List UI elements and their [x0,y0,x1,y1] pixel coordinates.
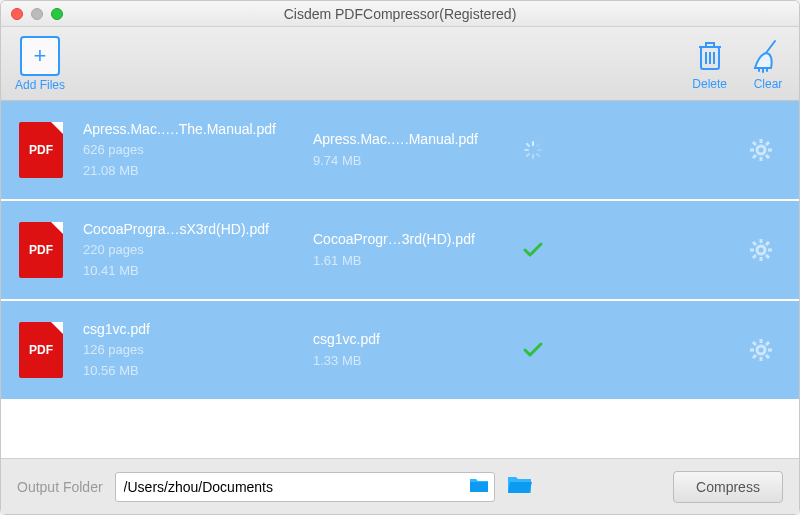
source-pages: 626 pages [83,140,313,161]
output-filename: CocoaProgr…3rd(HD).pdf [313,228,513,250]
svg-point-2 [757,246,765,254]
app-window: Cisdem PDFCompressor(Registered) + Add F… [0,0,800,515]
source-info: csg1vc.pdf 126 pages 10.56 MB [83,318,313,382]
zoom-window-button[interactable] [51,8,63,20]
file-list: PDF Apress.Mac.….The.Manual.pdf 626 page… [1,101,799,458]
delete-button[interactable]: Delete [692,37,727,91]
source-size: 21.08 MB [83,161,313,182]
output-filename: Apress.Mac.….Manual.pdf [313,128,513,150]
footer: Output Folder Compress [1,458,799,514]
output-size: 9.74 MB [313,151,513,172]
clear-button[interactable]: Clear [751,37,785,91]
output-info: csg1vc.pdf 1.33 MB [313,328,513,371]
folder-icon [469,477,489,497]
settings-gear-button[interactable] [741,138,781,162]
minimize-window-button[interactable] [31,8,43,20]
output-folder-label: Output Folder [17,479,103,495]
close-window-button[interactable] [11,8,23,20]
file-row[interactable]: PDF CocoaProgra…sX3rd(HD).pdf 220 pages … [1,201,799,301]
status-icon [513,238,553,262]
source-filename: csg1vc.pdf [83,318,313,340]
browse-folder-button[interactable] [507,475,533,499]
window-title: Cisdem PDFCompressor(Registered) [1,6,799,22]
titlebar: Cisdem PDFCompressor(Registered) [1,1,799,27]
svg-point-3 [757,346,765,354]
settings-gear-button[interactable] [741,238,781,262]
add-files-button[interactable]: + Add Files [15,36,65,92]
pdf-icon: PDF [19,122,63,178]
compress-button[interactable]: Compress [673,471,783,503]
source-filename: CocoaProgra…sX3rd(HD).pdf [83,218,313,240]
output-info: CocoaProgr…3rd(HD).pdf 1.61 MB [313,228,513,271]
source-info: Apress.Mac.….The.Manual.pdf 626 pages 21… [83,118,313,182]
pdf-icon: PDF [19,322,63,378]
plus-icon: + [20,36,60,76]
source-pages: 126 pages [83,340,313,361]
status-icon [513,140,553,160]
clear-label: Clear [754,77,783,91]
broom-icon [751,37,785,75]
toolbar: + Add Files Delete Clear [1,27,799,101]
output-info: Apress.Mac.….Manual.pdf 9.74 MB [313,128,513,171]
settings-gear-button[interactable] [741,338,781,362]
output-filename: csg1vc.pdf [313,328,513,350]
file-row[interactable]: PDF csg1vc.pdf 126 pages 10.56 MB csg1vc… [1,301,799,401]
source-info: CocoaProgra…sX3rd(HD).pdf 220 pages 10.4… [83,218,313,282]
delete-label: Delete [692,77,727,91]
trash-icon [693,37,727,75]
output-path-wrap [115,472,495,502]
output-path-input[interactable] [115,472,495,502]
status-icon [513,338,553,362]
output-size: 1.61 MB [313,251,513,272]
output-size: 1.33 MB [313,351,513,372]
source-pages: 220 pages [83,240,313,261]
source-size: 10.56 MB [83,361,313,382]
source-size: 10.41 MB [83,261,313,282]
pdf-icon: PDF [19,222,63,278]
file-row[interactable]: PDF Apress.Mac.….The.Manual.pdf 626 page… [1,101,799,201]
source-filename: Apress.Mac.….The.Manual.pdf [83,118,313,140]
add-files-label: Add Files [15,78,65,92]
traffic-lights [11,8,63,20]
svg-point-1 [757,146,765,154]
